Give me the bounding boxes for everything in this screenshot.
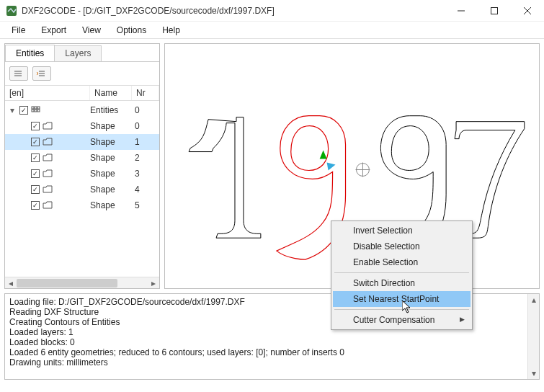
menu-options[interactable]: Options bbox=[110, 24, 153, 37]
submenu-arrow-icon: ▶ bbox=[460, 316, 465, 323]
checkbox[interactable]: ✓ bbox=[31, 153, 40, 162]
context-menu-item[interactable]: Disable Selection bbox=[333, 239, 471, 254]
menu-separator bbox=[334, 309, 469, 310]
menu-export[interactable]: Export bbox=[34, 24, 73, 37]
grid-icon bbox=[31, 106, 41, 115]
side-panel: Entities Layers [en] Name Nr ▾ ✓ bbox=[4, 43, 160, 289]
context-menu-item[interactable]: Switch Direction bbox=[333, 275, 471, 291]
checkbox[interactable]: ✓ bbox=[31, 185, 40, 194]
folder-icon bbox=[43, 185, 53, 194]
tree-row[interactable]: ✓Shape0 bbox=[5, 118, 159, 134]
tree-row-label: Shape bbox=[90, 153, 132, 163]
folder-icon bbox=[43, 153, 53, 162]
folder-icon bbox=[43, 169, 53, 178]
context-menu-item[interactable]: Set Nearest StartPoint bbox=[333, 291, 471, 307]
tree-header-nr: Nr bbox=[132, 86, 159, 100]
scroll-thumb[interactable] bbox=[17, 279, 117, 288]
svg-marker-18 bbox=[327, 163, 336, 171]
tree-row-nr: 2 bbox=[132, 153, 159, 163]
log-vscroll[interactable]: ▴ ▾ bbox=[527, 294, 539, 379]
checkbox[interactable]: ✓ bbox=[31, 201, 40, 210]
menu-separator bbox=[334, 272, 469, 273]
menu-bar: File Export View Options Help bbox=[0, 22, 544, 39]
close-button[interactable] bbox=[511, 0, 544, 22]
folder-icon bbox=[43, 122, 53, 130]
menu-file[interactable]: File bbox=[4, 24, 32, 37]
tree-row-nr: 3 bbox=[132, 169, 159, 179]
expand-all-button[interactable] bbox=[32, 66, 51, 81]
tree-row-nr: 5 bbox=[132, 200, 159, 210]
tree-header-en: [en] bbox=[5, 86, 90, 100]
svg-rect-15 bbox=[35, 110, 37, 112]
folder-icon bbox=[43, 201, 53, 210]
tree-row[interactable]: ✓Shape3 bbox=[5, 166, 159, 182]
tree-root-row[interactable]: ▾ ✓ Entities 0 bbox=[5, 102, 159, 118]
tree-row-nr: 4 bbox=[132, 184, 159, 195]
tree-row[interactable]: ✓Shape2 bbox=[5, 150, 159, 166]
tree-root-label: Entities bbox=[90, 105, 132, 115]
tree-row-label: Shape bbox=[90, 121, 132, 131]
tree-header: [en] Name Nr bbox=[5, 85, 159, 101]
svg-marker-17 bbox=[320, 151, 327, 159]
context-menu-item[interactable]: Invert Selection bbox=[333, 223, 471, 239]
svg-rect-13 bbox=[37, 107, 40, 109]
title-bar: DXF2GCODE - [D:/GIT_DXF2GCODE/sourcecode… bbox=[0, 0, 544, 22]
svg-rect-16 bbox=[37, 110, 40, 112]
tree-row-nr: 1 bbox=[132, 137, 159, 147]
app-icon bbox=[6, 5, 17, 17]
svg-rect-12 bbox=[35, 107, 37, 109]
window-title: DXF2GCODE - [D:/GIT_DXF2GCODE/sourcecode… bbox=[22, 6, 445, 16]
tree-header-name: Name bbox=[90, 86, 132, 100]
tree-row[interactable]: ✓Shape5 bbox=[5, 197, 159, 213]
scroll-down-icon[interactable]: ▾ bbox=[528, 368, 539, 379]
menu-view[interactable]: View bbox=[75, 24, 108, 37]
tree-hscroll[interactable]: ◂ ▸ bbox=[5, 277, 159, 288]
scroll-up-icon[interactable]: ▴ bbox=[528, 294, 539, 306]
collapse-all-button[interactable] bbox=[9, 66, 28, 81]
tree-row-nr: 0 bbox=[132, 121, 159, 131]
svg-rect-2 bbox=[491, 7, 498, 14]
tree-row-label: Shape bbox=[90, 137, 132, 147]
checkbox[interactable]: ✓ bbox=[31, 138, 40, 146]
context-menu-item[interactable]: Enable Selection bbox=[333, 254, 471, 270]
tree-row[interactable]: ✓Shape1 bbox=[5, 134, 159, 150]
checkbox[interactable]: ✓ bbox=[19, 106, 28, 115]
svg-rect-11 bbox=[32, 107, 34, 109]
tree-root-nr: 0 bbox=[132, 105, 159, 115]
context-menu: Invert SelectionDisable SelectionEnable … bbox=[331, 220, 473, 330]
maximize-button[interactable] bbox=[478, 0, 511, 22]
tab-layers[interactable]: Layers bbox=[54, 45, 102, 61]
scroll-right-icon[interactable]: ▸ bbox=[148, 277, 159, 288]
tree-row-label: Shape bbox=[90, 169, 132, 179]
checkbox[interactable]: ✓ bbox=[31, 169, 40, 178]
tree-toggle-icon[interactable]: ▾ bbox=[8, 105, 17, 115]
context-menu-item[interactable]: Cutter Compensation▶ bbox=[333, 312, 471, 328]
tab-entities[interactable]: Entities bbox=[5, 45, 55, 61]
checkbox[interactable]: ✓ bbox=[31, 122, 40, 130]
entity-tree[interactable]: ▾ ✓ Entities 0 ✓Shape0✓Shape1✓Shape2✓Sha… bbox=[5, 101, 159, 277]
folder-icon bbox=[43, 138, 53, 146]
scroll-left-icon[interactable]: ◂ bbox=[5, 277, 17, 288]
minimize-button[interactable] bbox=[445, 0, 478, 22]
tree-row[interactable]: ✓Shape4 bbox=[5, 182, 159, 197]
tree-row-label: Shape bbox=[90, 200, 132, 210]
tree-row-label: Shape bbox=[90, 184, 132, 195]
menu-help[interactable]: Help bbox=[155, 24, 187, 37]
svg-rect-14 bbox=[32, 110, 34, 112]
